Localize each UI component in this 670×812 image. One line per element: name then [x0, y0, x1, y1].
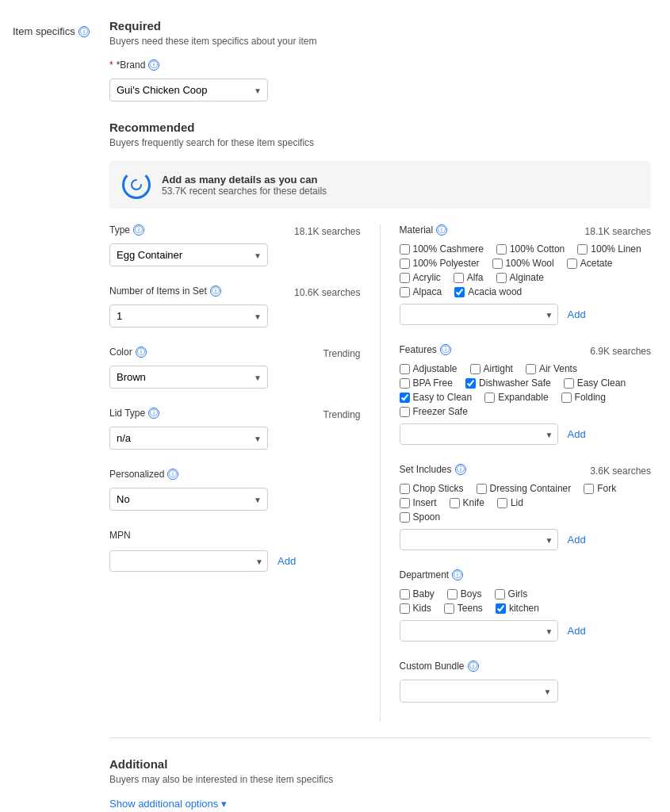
item-specifics-label: Item specifics ⓘ	[13, 25, 90, 37]
material-cb-alfa[interactable]: Alfa	[454, 272, 484, 283]
material-cb-alpaca[interactable]: Alpaca	[400, 286, 442, 297]
additional-title: Additional	[109, 757, 651, 771]
recommended-description: Buyers frequently search for these item …	[109, 137, 651, 148]
dept-cb-boys[interactable]: Boys	[447, 588, 482, 599]
custom-bundle-select[interactable]	[400, 680, 558, 703]
form-right: Material ⓘ 18.1K searches 100% Cashmere …	[381, 224, 652, 722]
mpn-field: MPN Add	[109, 530, 361, 572]
show-additional-button[interactable]: Show additional options ▾	[109, 798, 227, 810]
number-items-search-count: 10.6K searches	[294, 287, 360, 298]
department-input[interactable]	[400, 620, 558, 642]
material-cb-acaciawood[interactable]: Acacia wood	[454, 286, 522, 297]
brand-field: * *Brand ⓘ Gui's Chicken Coop	[109, 59, 651, 102]
lid-type-select-wrapper: n/a	[109, 427, 268, 450]
department-add-button[interactable]: Add	[565, 625, 589, 637]
material-add-button[interactable]: Add	[565, 308, 589, 320]
type-select-wrapper: Egg Container	[109, 243, 268, 266]
dept-cb-baby[interactable]: Baby	[400, 588, 435, 599]
department-add-row: Add	[400, 620, 652, 642]
additional-divider	[109, 737, 651, 738]
color-label: Color	[109, 347, 132, 358]
info-box-sub: 53.7K recent searches for these details	[162, 186, 327, 197]
required-title: Required	[109, 19, 651, 33]
material-cb-acrylic[interactable]: Acrylic	[400, 272, 441, 283]
features-label: Features	[400, 344, 437, 355]
set-cb-knife[interactable]: Knife	[450, 497, 484, 508]
dept-cb-teens[interactable]: Teens	[444, 603, 483, 614]
info-box-main: Add as many details as you can	[162, 174, 327, 186]
material-cb-100cotton[interactable]: 100% Cotton	[496, 243, 565, 255]
personalized-select-wrapper: No	[109, 488, 268, 511]
department-label: Department	[400, 569, 450, 580]
personalized-info-icon[interactable]: ⓘ	[167, 469, 178, 480]
feature-cb-bpafree[interactable]: BPA Free	[400, 377, 453, 389]
number-items-info-icon[interactable]: ⓘ	[210, 285, 221, 297]
color-trending: Trending	[324, 348, 361, 359]
set-cb-lid[interactable]: Lid	[497, 497, 523, 508]
lid-type-label: Lid Type	[109, 408, 145, 419]
material-cb-alginate[interactable]: Alginate	[496, 272, 544, 283]
material-cb-100wool[interactable]: 100% Wool	[492, 258, 554, 269]
dept-cb-girls[interactable]: Girls	[495, 588, 528, 599]
feature-cb-easytoclean[interactable]: Easy to Clean	[400, 392, 473, 403]
type-select[interactable]: Egg Container	[109, 243, 268, 266]
material-cb-100polyester[interactable]: 100% Polyester	[400, 258, 480, 269]
set-cb-spoon[interactable]: Spoon	[400, 511, 441, 523]
features-input[interactable]	[400, 423, 558, 445]
personalized-select[interactable]: No	[109, 488, 268, 511]
feature-cb-dishwashersafe[interactable]: Dishwasher Safe	[465, 377, 551, 389]
set-cb-insert[interactable]: Insert	[400, 497, 437, 508]
feature-cb-airtight[interactable]: Airtight	[470, 363, 513, 374]
type-info-icon[interactable]: ⓘ	[133, 224, 144, 236]
feature-cb-freezersafe[interactable]: Freezer Safe	[400, 406, 468, 417]
lid-type-info-icon[interactable]: ⓘ	[148, 408, 159, 419]
features-info-icon[interactable]: ⓘ	[440, 344, 451, 355]
color-info-icon[interactable]: ⓘ	[136, 347, 147, 358]
feature-cb-adjustable[interactable]: Adjustable	[400, 363, 458, 374]
loading-icon	[122, 170, 151, 199]
dept-cb-kitchen[interactable]: kitchen	[496, 603, 539, 614]
set-includes-input-wrapper	[400, 529, 558, 550]
feature-cb-easyclean[interactable]: Easy Clean	[564, 377, 626, 389]
brand-info-icon[interactable]: ⓘ	[148, 59, 159, 71]
set-includes-add-button[interactable]: Add	[565, 534, 589, 546]
dept-cb-kids[interactable]: Kids	[400, 603, 431, 614]
personalized-label: Personalized	[109, 469, 164, 480]
set-cb-fork[interactable]: Fork	[584, 483, 616, 494]
type-label: Type	[109, 224, 130, 236]
item-specifics-info-icon[interactable]: ⓘ	[78, 26, 90, 37]
material-input[interactable]	[400, 304, 558, 325]
lid-type-field: Lid Type ⓘ Trending n/a	[109, 408, 361, 450]
set-includes-info-icon[interactable]: ⓘ	[455, 464, 466, 475]
set-cb-chopsticks[interactable]: Chop Sticks	[400, 483, 464, 494]
features-add-button[interactable]: Add	[565, 428, 589, 440]
form-left: Type ⓘ 18.1K searches Egg Container	[109, 224, 381, 722]
department-info-icon[interactable]: ⓘ	[452, 569, 463, 580]
brand-select[interactable]: Gui's Chicken Coop	[109, 79, 268, 102]
mpn-add-button[interactable]: Add	[274, 555, 299, 567]
material-cb-100cashmere[interactable]: 100% Cashmere	[400, 243, 484, 255]
brand-select-wrapper: Gui's Chicken Coop	[109, 79, 268, 102]
material-label: Material	[400, 224, 434, 236]
material-cb-acetate[interactable]: Acetate	[567, 258, 613, 269]
department-input-wrapper	[400, 620, 558, 642]
lid-type-select[interactable]: n/a	[109, 427, 268, 450]
set-includes-input[interactable]	[400, 529, 558, 550]
feature-cb-folding[interactable]: Folding	[561, 392, 606, 403]
material-input-wrapper	[400, 304, 558, 325]
color-select[interactable]: Brown	[109, 366, 268, 389]
number-items-select[interactable]: 1	[109, 304, 268, 327]
mpn-input[interactable]	[109, 550, 268, 572]
feature-cb-expandable[interactable]: Expandable	[484, 392, 548, 403]
set-cb-dressingcontainer[interactable]: Dressing Container	[477, 483, 572, 494]
material-cb-100linen[interactable]: 100% Linen	[577, 243, 641, 255]
number-items-label: Number of Items in Set	[109, 285, 207, 297]
set-includes-checkboxes: Chop Sticks Dressing Container Fork Inse…	[400, 483, 652, 523]
material-info-icon[interactable]: ⓘ	[436, 224, 447, 236]
custom-bundle-info-icon[interactable]: ⓘ	[468, 661, 479, 672]
material-search-count: 18.1K searches	[585, 226, 651, 237]
chevron-down-icon: ▾	[221, 798, 227, 810]
recommended-title: Recommended	[109, 121, 651, 134]
feature-cb-airvents[interactable]: Air Vents	[526, 363, 577, 374]
department-field: Department ⓘ Baby Boys Girls K	[400, 569, 652, 642]
